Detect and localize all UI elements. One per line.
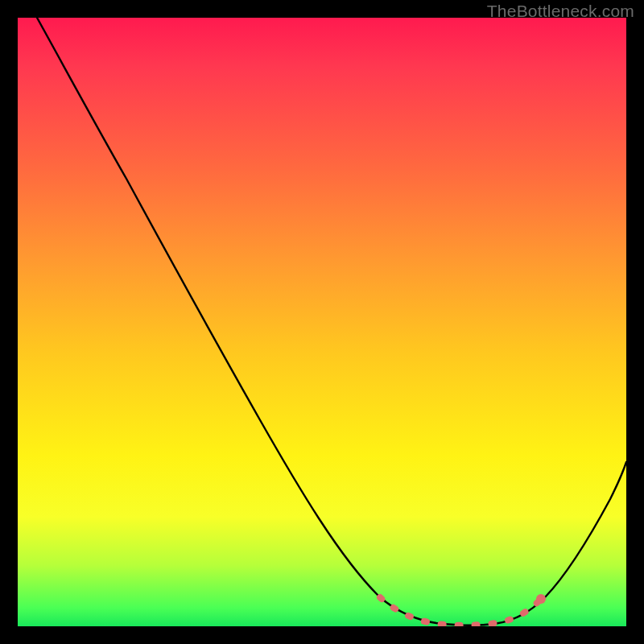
optimal-region-marker — [380, 597, 539, 625]
bottleneck-curve — [37, 18, 626, 625]
watermark-text: TheBottleneck.com — [487, 2, 634, 21]
optimal-region-end-dot — [536, 594, 546, 604]
curve-layer — [18, 18, 626, 626]
plot-area — [18, 18, 626, 626]
chart-frame: TheBottleneck.com — [0, 0, 644, 644]
